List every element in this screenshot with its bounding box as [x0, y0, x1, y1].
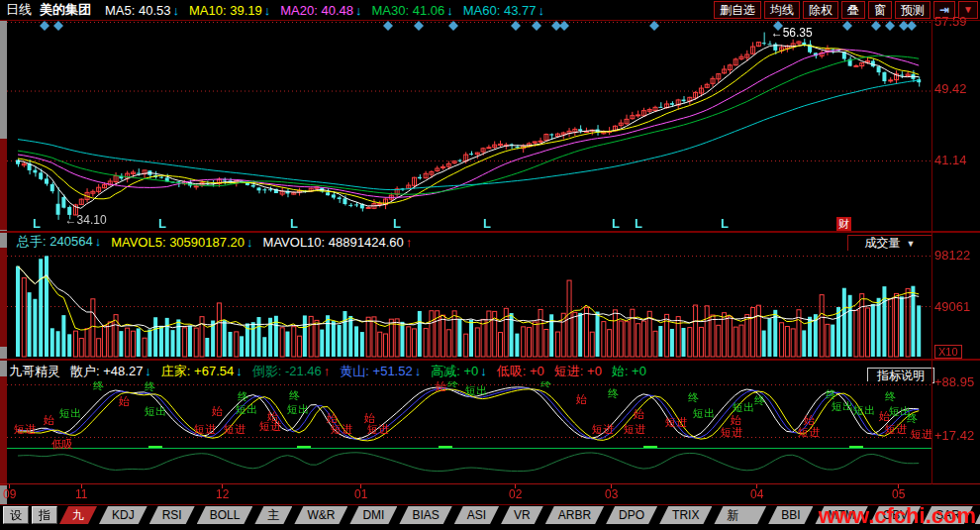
header-button-1[interactable]: 均线 [764, 1, 800, 19]
indicator-tab-8[interactable]: ASI [454, 506, 499, 524]
ma-item: MA5: 40.53↓ [105, 3, 179, 18]
date-tick [898, 484, 899, 488]
header-button-0[interactable]: 删自选 [714, 1, 761, 19]
date-tick [611, 484, 612, 488]
indicator-tab-12[interactable]: TRIX [659, 506, 712, 524]
header-toolbar: 删自选均线除权叠窗预测⇥▼ [711, 1, 978, 19]
volume-stat-item: MAVOL5: 30590187.20↓ [111, 235, 252, 250]
date-label: 05 [892, 487, 905, 501]
up-arrow-icon: ↑ [406, 235, 413, 250]
down-arrow-icon: ↓ [480, 364, 487, 378]
indicator-stat-label: 黄山: [340, 364, 372, 378]
indicator-stat-label: 倒影: [252, 364, 285, 378]
main-chart-pane [7, 20, 932, 231]
indicator-stat-value: -21.46 [285, 364, 322, 378]
date-label: 04 [750, 487, 763, 501]
indicator-stat-value: +48.27 [103, 364, 143, 378]
indicator-stat-value: +0 [530, 364, 544, 378]
ma-value: 43.77 [504, 3, 537, 18]
toolbar-button-1[interactable]: 指标平台 [32, 506, 57, 524]
indicator-tab-6[interactable]: DMI [349, 506, 397, 524]
down-arrow-icon: ↓ [95, 234, 102, 249]
indicator-stat-value: +67.54 [194, 364, 234, 378]
indicator-chart-pane [7, 381, 931, 484]
axis-label: +17.42 [934, 428, 974, 443]
ma-value: 40.48 [321, 3, 353, 18]
indicator-stat-item: 低吸: +0 [497, 364, 544, 378]
volume-header: 总手: 240564↓MAVOL5: 30590187.20↓MAVOL10: … [7, 234, 931, 250]
axis-line [0, 483, 980, 484]
toolbar-button-0[interactable]: 设置 [3, 506, 29, 524]
axis-label: 49061 [934, 299, 970, 314]
volume-stat-value: 240564 [49, 234, 92, 249]
candlestick-chart-canvas[interactable] [7, 20, 931, 231]
indicator-tab-4[interactable]: 主力 [254, 506, 292, 524]
left-splitter[interactable] [0, 20, 7, 505]
stock-name: 美的集团 [40, 1, 91, 19]
date-tick [360, 484, 361, 488]
ma-label: MA20: [280, 3, 321, 18]
volume-chart-pane [7, 251, 931, 358]
ma-item: MA20: 40.48↓ [280, 3, 361, 18]
indicator-tab-3[interactable]: BOLL [197, 506, 253, 524]
indicator-stat-label: 庄家: [161, 364, 194, 378]
volume-stat-label: MAVOL5: [111, 235, 169, 250]
header-button-4[interactable]: 窗 [868, 1, 892, 19]
down-arrow-icon: ↓ [173, 3, 180, 18]
indicator-tab-5[interactable]: W&R [294, 506, 347, 524]
indicator-tab-7[interactable]: BIAS [399, 506, 451, 524]
cai-badge[interactable]: 财 [836, 217, 851, 231]
down-arrow-icon: ↓ [246, 235, 253, 250]
volume-stat-item: 总手: 240564↓ [17, 233, 101, 251]
date-tick [81, 484, 82, 488]
volume-type-label: 成交量 [865, 235, 901, 252]
volume-stat-value: 30590187.20 [169, 235, 245, 250]
indicator-stat-label: 短进: [554, 364, 587, 378]
volume-stat-item: MAVOL10: 48891424.60↑ [263, 235, 413, 250]
axis-label: 49.42 [934, 81, 967, 96]
indicator-tab-14[interactable]: BBI [768, 506, 813, 524]
axis-label: +88.95 [934, 374, 974, 389]
app-window: 日线 美的集团 MA5: 40.53↓MA10: 39.19↓MA20: 40.… [0, 0, 980, 530]
axis-label: 41.14 [934, 153, 967, 167]
volume-type-selector[interactable]: 成交量 ▼ [847, 235, 932, 252]
ma-values: MA5: 40.53↓MA10: 39.19↓MA20: 40.48↓MA30:… [95, 3, 544, 18]
indicator-tab-11[interactable]: DPO [606, 506, 657, 524]
indicator-stat-label: 高减: [431, 364, 463, 378]
ma-item: MA10: 39.19↓ [189, 3, 270, 18]
indicator-stat-label: 散户: [70, 364, 103, 378]
volume-stat-label: 总手: [17, 234, 49, 249]
indicator-stat-label: 始: [612, 364, 632, 378]
indicator-stat-value: +0 [463, 364, 478, 378]
indicator-chart-canvas[interactable] [7, 381, 931, 484]
ma-item: MA30: 41.06↓ [371, 3, 452, 18]
header-button-2[interactable]: 除权 [803, 1, 838, 19]
indicator-tab-1[interactable]: KDJ [99, 506, 147, 524]
header-button-5[interactable]: 预测 [895, 1, 931, 19]
indicator-tab-13[interactable]: 新DMA [714, 506, 766, 524]
indicator-name: 九哥精灵 [9, 363, 60, 380]
indicator-stat-item: 倒影: -21.46↑ [252, 364, 331, 378]
down-arrow-icon: ↓ [446, 3, 453, 18]
chevron-down-icon[interactable]: ▼ [958, 1, 978, 19]
indicator-stat-value: +51.52 [373, 364, 413, 378]
indicator-tab-0[interactable]: 九哥精灵 [59, 506, 97, 524]
ma-value: 40.53 [139, 3, 171, 18]
pane-divider [0, 231, 980, 233]
volume-stat-label: MAVOL10: [263, 235, 329, 250]
indicator-stat-item: 庄家: +67.54↓ [161, 364, 243, 378]
indicator-tab-2[interactable]: RSI [149, 506, 195, 524]
chart-header: 日线 美的集团 MA5: 40.53↓MA10: 39.19↓MA20: 40.… [0, 0, 980, 20]
date-tick [9, 484, 10, 488]
collapse-panel-icon[interactable]: ⇥ [933, 1, 955, 19]
header-button-3[interactable]: 叠 [841, 1, 865, 19]
indicator-tab-10[interactable]: ARBR [545, 506, 604, 524]
date-tick [515, 484, 516, 488]
axis-label: 98122 [934, 248, 970, 263]
volume-unit-label: X10 [934, 345, 962, 359]
down-arrow-icon: ↓ [538, 3, 544, 18]
volume-chart-canvas[interactable] [7, 251, 931, 358]
date-tick [756, 484, 757, 488]
indicator-tab-9[interactable]: VR [501, 506, 543, 524]
indicator-stat-value: +0 [587, 364, 602, 378]
